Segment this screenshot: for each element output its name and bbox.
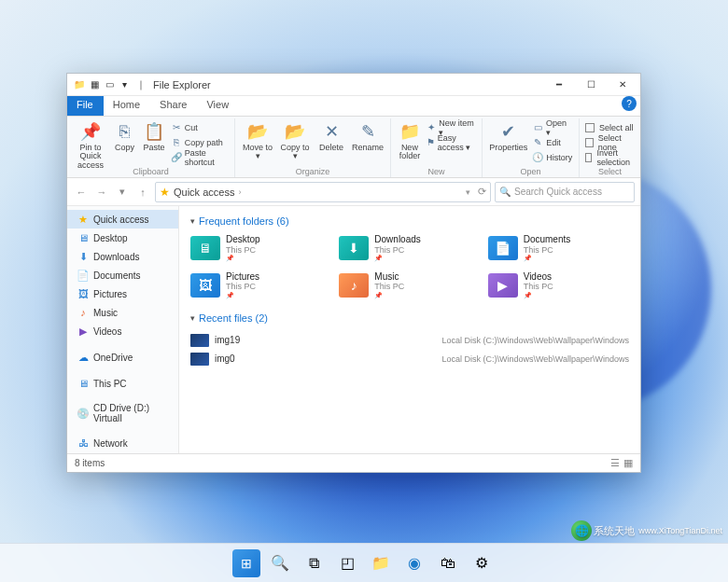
new-item-icon: ✦ (427, 122, 437, 133)
folder-item[interactable]: ♪MusicThis PC📌 (339, 271, 480, 299)
folder-location: This PC (226, 245, 260, 255)
nav-up-button[interactable]: ↑ (134, 184, 151, 201)
qat-new-folder-icon[interactable]: ▭ (103, 78, 116, 91)
pictures-icon: 🖼 (77, 287, 90, 300)
edit-button[interactable]: ✎Edit (532, 135, 573, 149)
sidebar-item-this-pc[interactable]: 🖥This PC (67, 374, 178, 393)
widgets-icon[interactable]: ◰ (333, 549, 361, 577)
frequent-folders-header[interactable]: ▾ Frequent folders (6) (190, 215, 629, 227)
sidebar-item-quick-access[interactable]: ★Quick access (67, 210, 178, 229)
ribbon-group-select: Select all Select none Invert selection … (580, 118, 640, 177)
move-to-button[interactable]: 📂Move to ▾ (241, 118, 274, 161)
folder-item[interactable]: 🖼PicturesThis PC📌 (190, 271, 331, 299)
details-view-icon[interactable]: ☰ (610, 457, 620, 469)
tab-view[interactable]: View (197, 96, 239, 116)
copy-to-icon: 📂 (284, 120, 306, 143)
folder-item[interactable]: ⬇DownloadsThis PC📌 (339, 234, 480, 262)
open-button[interactable]: ▭Open ▾ (532, 120, 573, 134)
search-input[interactable]: 🔍 Search Quick access (495, 182, 635, 202)
settings-icon[interactable]: ⚙ (468, 549, 496, 577)
sidebar-item-label: Documents (93, 270, 141, 281)
paste-shortcut-button[interactable]: 🔗Paste shortcut (171, 150, 229, 164)
sidebar-item-label: Quick access (93, 215, 148, 225)
file-explorer-taskbar-icon[interactable]: 📁 (367, 549, 395, 577)
start-button[interactable]: ⊞ (232, 549, 260, 577)
task-view-icon[interactable]: ⧉ (300, 549, 328, 577)
delete-icon: ✕ (320, 120, 343, 143)
sidebar-item-downloads[interactable]: ⬇Downloads (67, 247, 178, 266)
file-explorer-window: 📁 ▦ ▭ ▾ ｜ File Explorer ━ ☐ ✕ File Home … (66, 73, 641, 473)
recent-file-row[interactable]: img0Local Disk (C:)\Windows\Web\Wallpape… (190, 350, 629, 368)
refresh-icon[interactable]: ⟳ (478, 186, 486, 198)
folder-item[interactable]: 🖥DesktopThis PC📌 (190, 234, 331, 262)
thumbnails-view-icon[interactable]: ▦ (623, 457, 633, 469)
folder-item[interactable]: 📄DocumentsThis PC📌 (488, 234, 629, 262)
sidebar: ★Quick access🖥Desktop⬇Downloads📄Document… (67, 206, 179, 453)
quick-access-icon: ★ (77, 213, 90, 226)
downloads-icon: ⬇ (77, 250, 90, 263)
pin-to-quick-access-button[interactable]: 📌Pin to Quick access (73, 118, 108, 170)
nav-back-button[interactable]: ← (73, 184, 90, 201)
address-crumb[interactable]: Quick access (174, 187, 234, 198)
minimize-button[interactable]: ━ (543, 74, 575, 96)
frequent-folders-grid: 🖥DesktopThis PC📌⬇DownloadsThis PC📌📄Docum… (190, 234, 629, 299)
divider: ｜ (134, 78, 147, 91)
sidebar-item-cd-drive[interactable]: 💿CD Drive (D:) VirtualI (67, 400, 178, 426)
close-button[interactable]: ✕ (607, 74, 638, 96)
quick-access-toolbar: 📁 ▦ ▭ ▾ (69, 78, 134, 91)
sidebar-item-pictures[interactable]: 🖼Pictures (67, 284, 178, 303)
nav-forward-button[interactable]: → (93, 184, 110, 201)
folder-item[interactable]: ▶VideosThis PC📌 (488, 271, 629, 299)
edge-icon[interactable]: ◉ (400, 549, 428, 577)
sidebar-item-onedrive[interactable]: ☁OneDrive (67, 348, 178, 367)
tab-home[interactable]: Home (104, 96, 150, 116)
sidebar-item-label: Downloads (93, 252, 139, 262)
pin-indicator-icon: 📌 (374, 255, 420, 262)
folder-icon: 🖼 (190, 273, 220, 298)
properties-button[interactable]: ✔Properties (488, 118, 528, 152)
taskbar-search-icon[interactable]: 🔍 (266, 549, 294, 577)
help-icon[interactable]: ? (622, 96, 637, 111)
search-icon: 🔍 (499, 187, 511, 197)
new-folder-button[interactable]: 📁New folder (397, 118, 423, 161)
cut-icon: ✂ (171, 122, 182, 133)
folder-name: Videos (524, 271, 553, 283)
tab-file[interactable]: File (67, 96, 104, 116)
address-bar[interactable]: ★ Quick access › ▾ ⟳ (155, 182, 491, 202)
sidebar-item-label: CD Drive (D:) VirtualI (93, 403, 173, 423)
nav-recent-dropdown[interactable]: ▾ (114, 184, 131, 201)
ribbon-group-organize: 📂Move to ▾ 📂Copy to ▾ ✕Delete ✎Rename Or… (235, 118, 391, 177)
easy-access-button[interactable]: ⚑Easy access ▾ (427, 135, 476, 149)
history-button[interactable]: 🕓History (532, 150, 573, 164)
pin-indicator-icon: 📌 (374, 292, 404, 299)
sidebar-item-network[interactable]: 🖧Network (67, 434, 178, 452)
desktop-icon: 🖥 (77, 231, 90, 244)
pin-icon: 📌 (79, 120, 102, 143)
maximize-button[interactable]: ☐ (575, 74, 607, 96)
sidebar-item-music[interactable]: ♪Music (67, 303, 178, 322)
recent-files-header[interactable]: ▾ Recent files (2) (190, 312, 629, 324)
qat-dropdown-icon[interactable]: ▾ (118, 78, 131, 91)
store-icon[interactable]: 🛍 (434, 549, 462, 577)
recent-file-row[interactable]: img19Local Disk (C:)\Windows\Web\Wallpap… (190, 331, 629, 350)
tab-share[interactable]: Share (150, 96, 197, 116)
invert-selection-button[interactable]: Invert selection (585, 150, 635, 164)
cut-button[interactable]: ✂Cut (171, 120, 229, 134)
pin-indicator-icon: 📌 (524, 255, 571, 262)
invert-selection-icon (585, 153, 592, 162)
qat-properties-icon[interactable]: ▦ (88, 78, 101, 91)
titlebar: 📁 ▦ ▭ ▾ ｜ File Explorer ━ ☐ ✕ (67, 74, 640, 96)
sidebar-item-videos[interactable]: ▶Videos (67, 322, 178, 340)
sidebar-item-desktop[interactable]: 🖥Desktop (67, 229, 178, 247)
paste-shortcut-icon: 🔗 (171, 152, 182, 163)
sidebar-item-documents[interactable]: 📄Documents (67, 266, 178, 284)
star-icon: ★ (160, 186, 170, 199)
delete-button[interactable]: ✕Delete (315, 118, 347, 152)
rename-button[interactable]: ✎Rename (351, 118, 385, 152)
copy-button[interactable]: ⎘Copy (112, 118, 137, 152)
paste-button[interactable]: 📋Paste (141, 118, 166, 152)
copy-to-button[interactable]: 📂Copy to ▾ (278, 118, 312, 161)
address-dropdown-icon[interactable]: ▾ (466, 187, 470, 197)
paste-icon: 📋 (143, 120, 165, 143)
edit-icon: ✎ (532, 137, 543, 148)
